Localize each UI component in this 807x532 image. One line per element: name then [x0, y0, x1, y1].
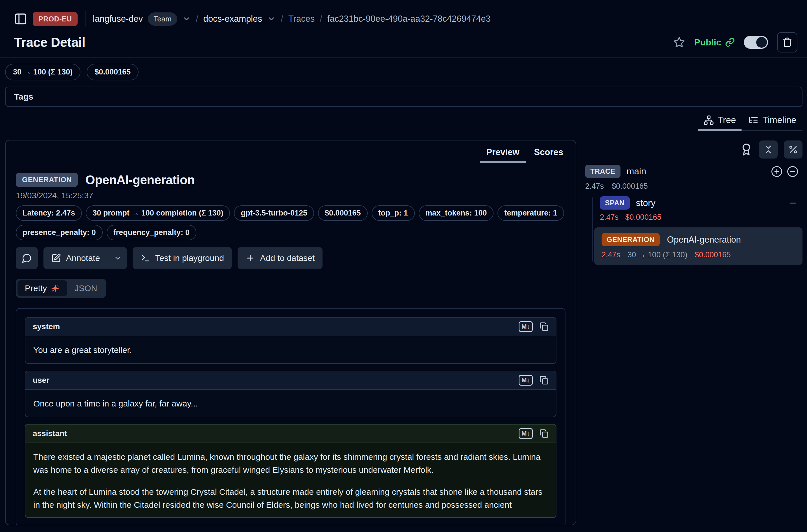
- tab-tree[interactable]: Tree: [697, 115, 743, 130]
- markdown-toggle-button[interactable]: M↓: [519, 321, 533, 332]
- preview-tabs: Preview Scores: [6, 140, 576, 163]
- title-actions: Public: [673, 32, 797, 53]
- generation-tokens: 30 → 100 (Σ 130): [627, 250, 687, 259]
- minus-icon: [788, 198, 797, 208]
- sidebar-toggle-button[interactable]: [14, 13, 27, 25]
- add-to-dataset-label: Add to dataset: [260, 253, 315, 263]
- tree-node-generation-selected[interactable]: GENERATION OpenAI-generation 2.47s 30 → …: [594, 227, 803, 265]
- chevrons-collapse-icon: [763, 145, 773, 155]
- observation-detail-card: Preview Scores GENERATION OpenAI-generat…: [5, 140, 576, 525]
- copy-button[interactable]: [540, 376, 548, 385]
- markdown-toggle-button[interactable]: M↓: [519, 428, 533, 439]
- message-header: assistant M↓: [25, 424, 556, 443]
- breadcrumb-org[interactable]: langfuse-dev: [93, 14, 143, 24]
- trash-icon: [782, 37, 792, 48]
- bookmark-star-button[interactable]: [673, 36, 685, 48]
- message-actions: M↓: [519, 375, 548, 386]
- message-content: You are a great storyteller.: [25, 336, 556, 364]
- format-pretty-label: Pretty: [25, 284, 47, 293]
- format-json-label: JSON: [75, 284, 97, 293]
- zoom-in-plus-icon[interactable]: [771, 166, 783, 177]
- breadcrumb-traces[interactable]: Traces: [288, 14, 315, 24]
- org-switcher[interactable]: [182, 15, 191, 23]
- tree-node-trace[interactable]: TRACE main: [585, 165, 803, 178]
- format-json-button[interactable]: JSON: [67, 280, 105, 296]
- tags-label: Tags: [14, 92, 33, 101]
- trace-cost: $0.000165: [612, 182, 648, 191]
- message-content: There existed a majestic planet called L…: [25, 443, 556, 518]
- timeline-icon: [748, 115, 758, 125]
- scores-award-button[interactable]: [740, 143, 753, 156]
- delete-trace-button[interactable]: [777, 32, 797, 53]
- span-cost: $0.000165: [625, 213, 661, 222]
- message-role: user: [33, 376, 50, 385]
- tab-scores[interactable]: Scores: [527, 147, 570, 163]
- title-row: Trace Detail Public: [0, 30, 807, 57]
- copy-icon: [540, 429, 548, 438]
- observation-actions: Annotate Test in playground Add to datas…: [16, 247, 565, 269]
- tab-timeline[interactable]: Timeline: [742, 115, 803, 130]
- zoom-out-minus-icon[interactable]: [787, 166, 799, 177]
- trace-type-badge: TRACE: [585, 165, 620, 178]
- tab-preview[interactable]: Preview: [479, 147, 527, 163]
- tree-panel-toolbar: [585, 140, 803, 158]
- org-type-badge: Team: [148, 13, 177, 26]
- breadcrumb-trace-id: fac231bc-90ee-490a-aa32-78c4269474e3: [327, 14, 491, 24]
- cost-badge: $0.000165: [318, 205, 368, 221]
- model-badge[interactable]: gpt-3.5-turbo-0125: [234, 205, 314, 221]
- io-messages-box: system M↓ You are a great storyteller.: [16, 308, 565, 525]
- span-type-badge: SPAN: [600, 196, 630, 210]
- span-metrics: 2.47s $0.000165: [585, 213, 803, 222]
- message-assistant: assistant M↓ There existed a majestic pl…: [25, 424, 557, 518]
- public-toggle[interactable]: [744, 36, 768, 49]
- copy-button[interactable]: [540, 429, 548, 438]
- trace-name: main: [627, 166, 646, 176]
- playground-label: Test in playground: [155, 253, 224, 263]
- observation-timestamp: 19/03/2024, 15:25:37: [16, 191, 565, 200]
- add-to-dataset-button[interactable]: Add to dataset: [238, 247, 322, 269]
- collapse-node-button[interactable]: [788, 198, 797, 208]
- trace-latency: 2.47s: [585, 182, 604, 191]
- view-tabs-row: Tree Timeline: [0, 107, 807, 131]
- comment-icon: [22, 253, 32, 263]
- tab-tree-label: Tree: [718, 115, 736, 125]
- content-row: Preview Scores GENERATION OpenAI-generat…: [0, 131, 807, 525]
- message-paragraph: At the heart of Lumina stood the towerin…: [33, 486, 548, 511]
- metrics-percent-button[interactable]: [784, 140, 803, 158]
- panel-left-icon: [14, 13, 27, 25]
- chevron-down-icon: [267, 15, 276, 23]
- breadcrumb-project[interactable]: docs-examples: [203, 14, 262, 24]
- topbar-divider: [85, 11, 86, 26]
- annotate-button[interactable]: Annotate: [43, 247, 108, 269]
- token-usage-badge: 30 → 100 (Σ 130): [5, 64, 80, 80]
- tree-node-span[interactable]: SPAN story: [585, 196, 803, 210]
- temperature-badge: temperature: 1: [498, 205, 564, 221]
- public-link[interactable]: Public: [694, 37, 735, 48]
- message-actions: M↓: [519, 321, 548, 332]
- chevron-down-icon: [114, 254, 121, 262]
- project-switcher[interactable]: [267, 15, 276, 23]
- environment-badge: PROD-EU: [33, 12, 78, 26]
- sparkles-icon: [51, 284, 60, 293]
- format-toggle: Pretty JSON: [16, 279, 106, 298]
- star-icon: [673, 36, 685, 48]
- tab-timeline-label: Timeline: [763, 115, 796, 125]
- message-content: Once upon a time in a galaxy far, far aw…: [25, 390, 556, 417]
- breadcrumb: langfuse-dev Team / docs-examples / Trac…: [93, 13, 491, 26]
- percent-icon: [788, 145, 798, 155]
- annotate-dropdown-button[interactable]: [108, 247, 127, 269]
- format-pretty-button[interactable]: Pretty: [18, 280, 67, 296]
- markdown-toggle-button[interactable]: M↓: [519, 375, 533, 386]
- markdown-icon: M↓: [522, 323, 530, 330]
- plus-icon: [245, 253, 255, 263]
- collapse-all-button[interactable]: [759, 140, 778, 158]
- comments-button[interactable]: [16, 247, 38, 269]
- chevron-down-icon: [182, 15, 191, 23]
- test-in-playground-button[interactable]: Test in playground: [133, 247, 232, 269]
- frequency-penalty-badge: frequency_penalty: 0: [107, 225, 196, 240]
- trace-tree-panel: TRACE main 2.47s $0.000165 SPAN story 2.…: [585, 140, 803, 265]
- page-title: Trace Detail: [14, 35, 85, 50]
- tags-box[interactable]: Tags: [5, 87, 803, 107]
- copy-button[interactable]: [540, 322, 548, 331]
- message-header: system M↓: [25, 318, 556, 336]
